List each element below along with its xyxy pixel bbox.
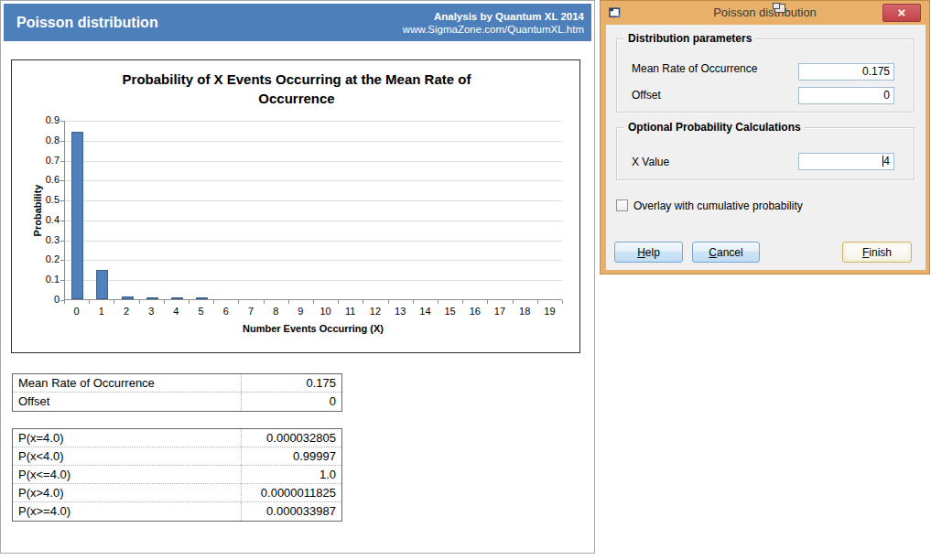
gridline xyxy=(65,141,562,142)
x-axis-tick xyxy=(164,300,165,304)
bar-x3 xyxy=(146,297,158,299)
drag-cursor-icon xyxy=(774,4,785,13)
row-label: Mean Rate of Occurrence xyxy=(13,374,242,392)
y-axis-tick xyxy=(60,280,64,281)
probability-chart: Probability of X Events Occurring at the… xyxy=(11,59,580,353)
group-optional-probability: Optional Probability Calculations X Valu… xyxy=(616,127,915,180)
y-tick-label: 0 xyxy=(30,294,60,307)
y-tick-label: 0.1 xyxy=(30,274,60,286)
y-axis-tick xyxy=(60,260,64,261)
help-button[interactable]: Help xyxy=(614,242,683,263)
row-value: 0.000032805 xyxy=(242,429,341,447)
x-axis-tick xyxy=(363,300,363,304)
mean-rate-label: Mean Rate of Occurrence xyxy=(632,62,757,75)
chart-title: Probability of X Events Occurring at the… xyxy=(91,70,503,108)
row-label: Offset xyxy=(13,393,242,411)
y-tick-label: 0.5 xyxy=(30,194,60,207)
group-legend: Distribution parameters xyxy=(624,32,755,45)
overlay-checkbox-label: Overlay with cumulative probability xyxy=(633,199,803,212)
x-tick-label: 18 xyxy=(513,306,537,317)
report-header: Poisson distribution Analysis by Quantum… xyxy=(4,4,591,41)
x-tick-label: 2 xyxy=(114,306,138,317)
gridline xyxy=(65,121,562,122)
gridline xyxy=(65,200,562,201)
row-label: P(x>=4.0) xyxy=(13,502,242,521)
probability-results-table: P(x=4.0) 0.000032805 P(x<4.0) 0.99997 P(… xyxy=(12,428,342,522)
x-axis-tick xyxy=(537,300,538,304)
x-tick-label: 4 xyxy=(164,306,189,317)
x-axis-tick xyxy=(238,300,239,304)
gridline xyxy=(65,180,562,181)
x-axis-tick xyxy=(288,300,289,304)
offset-value: 0 xyxy=(883,89,890,102)
row-label: P(x>4.0) xyxy=(13,484,242,501)
offset-input[interactable]: 0 xyxy=(798,87,894,104)
x-axis-tick xyxy=(213,300,214,304)
y-tick-label: 0.9 xyxy=(30,114,60,127)
row-label: P(x=4.0) xyxy=(13,429,242,447)
y-axis-tick xyxy=(60,121,64,122)
x-axis-tick xyxy=(189,300,189,304)
table-row: Mean Rate of Occurrence 0.175 xyxy=(13,374,341,393)
x-axis-tick xyxy=(438,300,438,304)
report-title: Poisson distribution xyxy=(4,15,158,31)
poisson-distribution-dialog: Poisson distribution × Distribution para… xyxy=(600,0,930,275)
credit-line-1: Analysis by Quantum XL 2014 xyxy=(403,10,584,23)
x-tick-label: 16 xyxy=(462,306,487,317)
cancel-button[interactable]: Cancel xyxy=(692,242,760,263)
bar-x0 xyxy=(71,132,83,299)
table-row: P(x>4.0) 0.0000011825 xyxy=(13,484,341,502)
x-axis-tick xyxy=(388,300,389,304)
x-axis-tick xyxy=(264,300,265,304)
table-row: P(x<4.0) 0.99997 xyxy=(13,447,341,466)
x-axis-tick xyxy=(513,300,514,304)
x-tick-label: 17 xyxy=(487,306,512,317)
x-tick-label: 7 xyxy=(238,306,263,317)
x-value-input[interactable]: 4 xyxy=(798,153,894,170)
x-axis-tick xyxy=(562,300,563,304)
x-tick-label: 10 xyxy=(313,306,338,317)
x-tick-label: 15 xyxy=(438,306,462,317)
bar-x2 xyxy=(122,296,134,299)
y-axis-tick xyxy=(60,161,64,162)
gridline xyxy=(65,161,562,162)
row-label: P(x<4.0) xyxy=(13,447,242,465)
gridline xyxy=(65,241,562,242)
close-button[interactable]: × xyxy=(882,4,921,22)
x-value-value: 4 xyxy=(883,155,890,167)
mean-rate-input[interactable]: 0.175 xyxy=(798,63,894,81)
row-value: 0.99997 xyxy=(242,447,341,465)
bar-x1 xyxy=(96,270,108,299)
row-value: 0.175 xyxy=(242,374,341,392)
x-tick-label: 1 xyxy=(89,306,114,317)
y-tick-label: 0.4 xyxy=(30,214,60,227)
group-legend: Optional Probability Calculations xyxy=(624,121,805,134)
x-axis-tick xyxy=(313,300,314,304)
bar-x4 xyxy=(171,297,183,299)
credit-line-2: www.SigmaZone.com/QuantumXL.htm xyxy=(403,23,584,36)
x-tick-label: 0 xyxy=(64,306,89,317)
dialog-titlebar[interactable]: Poisson distribution × xyxy=(601,1,929,25)
x-tick-label: 3 xyxy=(139,306,164,317)
finish-button[interactable]: Finish xyxy=(842,242,912,263)
row-value: 1.0 xyxy=(242,466,341,483)
x-tick-label: 9 xyxy=(288,306,313,317)
y-axis-tick xyxy=(60,221,64,221)
x-tick-label: 8 xyxy=(264,306,288,317)
row-value: 0.000033987 xyxy=(242,502,341,521)
x-tick-label: 5 xyxy=(189,306,213,317)
y-axis-tick xyxy=(60,241,64,242)
gridline xyxy=(65,221,562,221)
overlay-checkbox[interactable] xyxy=(616,199,628,211)
x-tick-label: 11 xyxy=(338,306,363,317)
x-tick-label: 19 xyxy=(537,306,562,317)
plot-area xyxy=(64,121,562,300)
x-tick-label: 12 xyxy=(363,306,387,317)
y-axis-tick xyxy=(60,200,64,201)
close-icon: × xyxy=(898,5,906,20)
gridline xyxy=(65,260,562,261)
x-axis-tick xyxy=(462,300,463,304)
dialog-body: Distribution parameters Mean Rate of Occ… xyxy=(606,25,926,270)
table-row: P(x=4.0) 0.000032805 xyxy=(13,429,341,447)
x-axis-tick xyxy=(89,300,90,304)
